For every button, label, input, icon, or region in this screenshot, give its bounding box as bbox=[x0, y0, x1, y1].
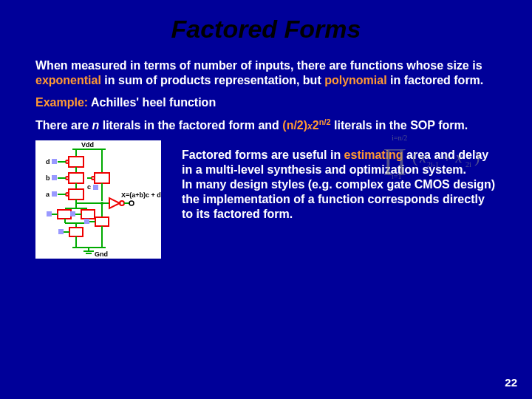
kw-exponential: exponential bbox=[35, 74, 101, 86]
var-n: n bbox=[92, 119, 99, 132]
slide: Factored Forms When measured in terms of… bbox=[0, 0, 532, 399]
svg-rect-49 bbox=[84, 219, 89, 224]
label-gnd: Gnd bbox=[95, 250, 108, 258]
kw-estimating: estimating bbox=[344, 149, 403, 161]
lower-row: Vdd d b bbox=[35, 140, 497, 259]
svg-rect-11 bbox=[52, 175, 57, 180]
exponent: n/2 bbox=[319, 117, 331, 126]
svg-rect-37 bbox=[70, 211, 75, 216]
x: x bbox=[307, 121, 313, 132]
right-paragraph: Factored forms are useful in estimating … bbox=[161, 140, 497, 222]
intro-paragraph: When measured in terms of number of inpu… bbox=[35, 58, 497, 88]
svg-rect-44 bbox=[58, 229, 64, 234]
literals-paragraph: There are n literals in the factored for… bbox=[35, 117, 497, 133]
text: literals in the SOP form. bbox=[331, 119, 468, 132]
text: Factored forms are useful in bbox=[182, 149, 344, 161]
svg-rect-16 bbox=[52, 191, 57, 197]
label-c: c bbox=[87, 183, 91, 191]
example-label: Example: bbox=[35, 96, 88, 109]
circuit-diagram: Vdd d b bbox=[35, 140, 161, 259]
text: In many design styles (e.g. complex gate… bbox=[182, 178, 495, 220]
text: When measured in terms of number of inpu… bbox=[35, 59, 482, 72]
label-d: d bbox=[46, 158, 50, 166]
example-text: Achilles' heel function bbox=[88, 96, 216, 109]
example-line: Example: Achilles' heel function bbox=[35, 95, 497, 110]
svg-rect-34 bbox=[47, 211, 52, 216]
text: There are bbox=[35, 119, 92, 132]
page-title: Factored Forms bbox=[35, 15, 497, 44]
frac: (n/2) bbox=[282, 119, 307, 132]
two: 2 bbox=[313, 119, 319, 132]
text: literals in the factored form and bbox=[99, 119, 282, 132]
text: in sum of products representation, but bbox=[101, 74, 324, 86]
svg-rect-6 bbox=[52, 159, 57, 164]
label-out: X=(a+b)c + d bbox=[121, 191, 161, 199]
svg-rect-21 bbox=[93, 185, 98, 190]
text: in factored form. bbox=[387, 74, 484, 86]
page-number: 22 bbox=[505, 376, 517, 389]
label-vdd: Vdd bbox=[81, 141, 94, 149]
svg-rect-0 bbox=[35, 140, 161, 259]
kw-polynomial: polynomial bbox=[324, 74, 386, 86]
label-b: b bbox=[46, 174, 50, 182]
